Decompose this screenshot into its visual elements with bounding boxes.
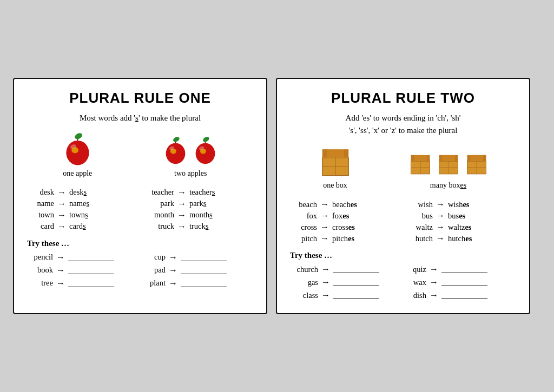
word-row-town: town → towns <box>27 210 137 220</box>
card2-words-col2: wish → wishes bus → buses waltz → waltze… <box>406 200 516 243</box>
plural-parks: parks <box>189 199 206 208</box>
svg-point-0 <box>74 131 83 140</box>
word-row-wish: wish → wishes <box>406 200 516 209</box>
card2-try-col2: quiz → wax → dish → <box>406 264 516 300</box>
card1-try-col2: cup → pad → plant → <box>143 253 253 288</box>
word-waltz: waltz <box>406 223 433 232</box>
try-line-book <box>68 267 114 274</box>
try-word-pad: pad <box>143 265 166 275</box>
plural-months: months <box>189 210 213 220</box>
arrow5: → <box>177 188 186 197</box>
two-apples-item: two apples <box>161 134 220 178</box>
word-row-truck: truck → trucks <box>143 222 253 231</box>
card2-try-col1: church → gas → class → <box>290 264 400 300</box>
arrow1: → <box>57 188 66 197</box>
try-quiz: quiz → <box>406 264 516 274</box>
word-pitch: pitch <box>290 234 317 243</box>
plural-foxes: foxes <box>332 211 349 221</box>
svg-point-4 <box>71 147 78 153</box>
try-line-dish <box>441 291 487 299</box>
try-dish: dish → <box>406 290 516 300</box>
plural-waltzes: waltzes <box>448 223 472 232</box>
one-box-item: one box <box>316 143 354 190</box>
svg-marker-35 <box>454 155 458 161</box>
apple-left-icon <box>161 134 190 166</box>
word-desk: desk <box>27 188 54 197</box>
word-town: town <box>27 210 54 220</box>
page-container: PLURAL RULE ONE Most words add 's' to ma… <box>0 65 554 327</box>
svg-marker-18 <box>322 149 327 158</box>
one-apple-icon <box>60 131 95 166</box>
arrow3: → <box>57 210 66 220</box>
one-box-icon <box>316 143 354 178</box>
plural-wishes: wishes <box>448 200 470 209</box>
svg-point-12 <box>196 143 215 164</box>
try-line-pencil <box>68 254 114 261</box>
card1-try-col1: pencil → book → tree → <box>27 253 137 288</box>
two-apples-label: two apples <box>174 169 207 178</box>
card2-subtitle: Add 'es' to words ending in 'ch', 'sh' '… <box>290 112 516 136</box>
word-row-desk: desk → desks <box>27 188 137 197</box>
two-apples-icons <box>161 134 220 166</box>
try-cup: cup → <box>143 253 253 262</box>
try-word-plant: plant <box>143 278 166 288</box>
try-word-church: church <box>290 265 318 274</box>
try-pad: pad → <box>143 265 253 275</box>
word-row-teacher: teacher → teachers <box>143 188 253 197</box>
word-row-pitch: pitch → pitches <box>290 234 400 243</box>
card2-title: PLURAL RULE TWO <box>290 90 516 107</box>
try-word-dish: dish <box>406 291 426 300</box>
try-pencil: pencil → <box>27 253 137 262</box>
word-row-beach: beach → beaches <box>290 200 400 209</box>
try-line-church <box>333 265 379 273</box>
svg-marker-36 <box>442 155 454 161</box>
word-row-fox: fox → foxes <box>290 211 400 221</box>
many-boxes-icons <box>407 148 490 178</box>
card1-title: PLURAL RULE ONE <box>27 90 253 107</box>
svg-marker-28 <box>414 155 426 161</box>
card2-words-col1: beach → beaches fox → foxes cross → cros… <box>290 200 400 243</box>
card1-try-these: Try these … <box>27 239 253 248</box>
word-name: name <box>27 199 54 208</box>
plural-teachers: teachers <box>189 188 215 197</box>
try-church: church → <box>290 264 400 274</box>
try-line-gas <box>333 278 379 286</box>
plural-names: names <box>69 199 89 208</box>
card1-subtitle: Most words add 's' to make the plural <box>27 112 253 124</box>
svg-point-7 <box>166 143 186 164</box>
plural-cards: cards <box>69 222 86 231</box>
try-word-wax: wax <box>406 278 426 287</box>
box2-icon <box>435 148 462 178</box>
plural-buses: buses <box>448 211 465 221</box>
card1-try-grid: pencil → book → tree → cup → <box>27 253 253 288</box>
arrow4: → <box>57 222 66 231</box>
try-word-cup: cup <box>143 253 166 262</box>
card2-illustrations: one box <box>290 143 516 190</box>
plural-pitches: pitches <box>332 234 354 243</box>
try-tree: tree → <box>27 278 137 288</box>
try-class: class → <box>290 290 400 300</box>
word-park: park <box>143 199 174 208</box>
svg-marker-20 <box>327 149 344 158</box>
card-plural-rule-two: PLURAL RULE TWO Add 'es' to words ending… <box>276 78 530 314</box>
card1-words-grid: desk → desks name → names town → towns c… <box>27 188 253 231</box>
try-book: book → <box>27 265 137 275</box>
word-card: card <box>27 222 54 231</box>
word-row-name: name → names <box>27 199 137 209</box>
word-bus: bus <box>406 211 433 221</box>
try-line-tree <box>68 280 114 287</box>
card2-try-grid: church → gas → class → quiz → <box>290 264 516 300</box>
word-row-month: month → months <box>143 210 253 220</box>
card1-illustrations: one apple <box>27 131 253 178</box>
many-boxes-label: many boxes <box>430 181 466 190</box>
svg-point-9 <box>170 148 176 154</box>
word-cross: cross <box>290 223 317 232</box>
word-fox: fox <box>290 211 317 221</box>
word-teacher: teacher <box>143 188 174 197</box>
try-word-gas: gas <box>290 278 318 287</box>
arrow7: → <box>177 210 186 220</box>
apple-right-icon <box>190 134 220 166</box>
try-word-pencil: pencil <box>27 253 53 262</box>
try-gas: gas → <box>290 277 400 287</box>
plural-trucks: trucks <box>189 222 208 231</box>
